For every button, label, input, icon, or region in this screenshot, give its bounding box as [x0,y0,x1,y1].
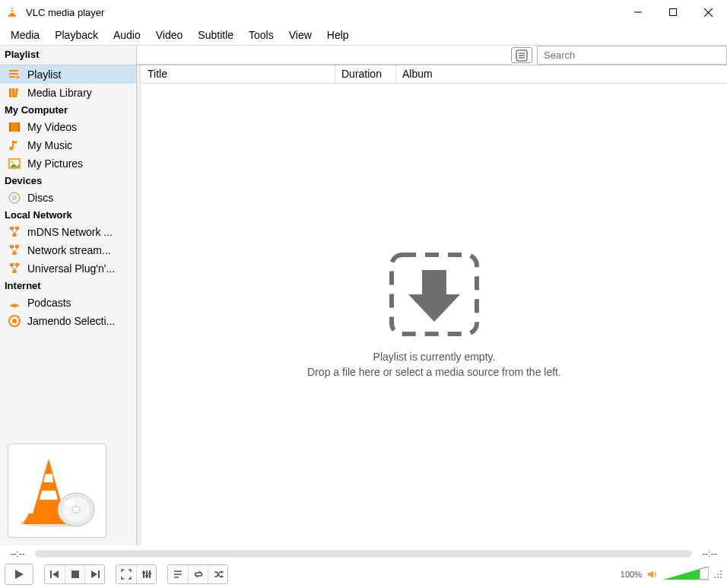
maximize-button[interactable] [656,1,690,24]
menu-help[interactable]: Help [319,26,357,44]
shuffle-button[interactable] [208,565,227,583]
search-input[interactable] [537,46,727,65]
sidebar-item-discs[interactable]: Discs [0,189,136,207]
svg-point-82 [720,577,722,578]
sidebar-section-local-network: Local Network [0,207,136,223]
album-art-thumbnail[interactable] [8,443,106,538]
svg-line-31 [11,230,14,234]
svg-line-41 [11,266,14,270]
svg-point-78 [717,574,719,575]
sidebar-item-label: My Music [27,139,72,151]
time-total[interactable]: --:-- [697,548,722,559]
svg-rect-28 [10,227,14,230]
volume-area: 100% [621,567,722,582]
loop-button[interactable] [188,565,208,583]
sidebar-item-media-library[interactable]: Media Library [0,84,136,102]
seek-row: --:-- --:-- [0,545,727,562]
empty-line2: Drop a file here or select a media sourc… [307,366,561,378]
svg-marker-57 [15,570,24,579]
sidebar-item-label: Playlist [27,68,61,81]
next-button[interactable] [84,565,104,583]
svg-marker-15 [17,75,20,79]
sidebar-item-upnp[interactable]: Universal Plug'n'... [0,259,136,278]
sidebar-header: Playlist [0,46,137,65]
drop-arrow-icon [389,252,480,337]
svg-line-37 [14,248,17,252]
menu-media[interactable]: Media [3,26,47,44]
view-toggle-button[interactable] [511,47,532,63]
svg-rect-63 [143,571,144,578]
empty-line1: Playlist is currently empty. [373,351,496,363]
fullscreen-button[interactable] [116,565,136,583]
svg-rect-38 [10,263,14,266]
playlist-header-row: Playlist [0,46,727,65]
sidebar-item-my-music[interactable]: My Music [0,136,136,154]
svg-marker-25 [10,164,19,167]
svg-rect-30 [13,234,17,237]
video-icon [8,120,21,134]
svg-rect-68 [148,573,151,574]
sidebar-item-mdns[interactable]: mDNS Network ... [0,223,136,241]
svg-marker-76 [700,567,709,580]
disc-icon [8,191,21,205]
volume-slider[interactable] [663,567,709,582]
svg-rect-20 [9,122,11,132]
svg-point-43 [14,306,16,308]
svg-point-24 [11,161,14,164]
sidebar-item-my-videos[interactable]: My Videos [0,118,136,136]
svg-rect-35 [13,252,17,255]
sidebar-item-playlist[interactable]: Playlist [0,65,136,84]
play-button[interactable] [5,564,33,584]
resize-grip-icon[interactable] [713,570,722,579]
svg-marker-49 [40,491,58,500]
menubar: Media Playback Audio Video Subtitle Tool… [0,24,727,46]
extended-settings-button[interactable] [136,565,156,583]
svg-rect-60 [71,571,79,578]
svg-marker-59 [52,571,59,578]
column-title[interactable]: Title [141,65,335,83]
svg-rect-1 [11,9,14,11]
svg-rect-29 [15,227,19,230]
svg-rect-40 [13,270,17,273]
column-duration[interactable]: Duration [335,65,396,83]
window-title: VLC media player [26,7,621,18]
network-icon [8,243,21,257]
playlist-button[interactable] [168,565,188,583]
seek-bar[interactable] [35,550,692,558]
previous-button[interactable] [45,565,65,583]
menu-view[interactable]: View [281,26,319,44]
svg-marker-61 [91,571,97,578]
menu-audio[interactable]: Audio [106,26,148,44]
sidebar-item-network-stream[interactable]: Network stream... [0,241,136,259]
svg-line-42 [14,266,17,270]
stop-button[interactable] [65,565,84,583]
menu-subtitle[interactable]: Subtitle [190,26,241,44]
network-icon [8,225,21,239]
network-icon [8,262,21,275]
sidebar-item-label: Discs [27,192,53,204]
sidebar-item-podcasts[interactable]: Podcasts [0,294,136,312]
playlist-icon [8,68,21,81]
svg-point-79 [720,574,722,575]
sidebar-item-my-pictures[interactable]: My Pictures [0,154,136,173]
minimize-button[interactable] [621,1,656,24]
svg-rect-62 [98,571,100,578]
svg-rect-5 [670,9,677,16]
sidebar-item-label: Jamendo Selecti... [27,315,115,327]
sidebar-item-jamendo[interactable]: Jamendo Selecti... [0,312,136,330]
close-button[interactable] [690,1,725,24]
svg-rect-58 [50,571,52,578]
vlc-cone-icon [6,5,20,19]
speaker-icon[interactable] [646,568,659,580]
svg-point-22 [10,147,14,151]
column-album[interactable]: Album [396,65,727,83]
menu-playback[interactable]: Playback [47,26,106,44]
menu-tools[interactable]: Tools [241,26,281,44]
time-elapsed[interactable]: --:-- [5,548,30,559]
svg-line-32 [14,230,17,234]
svg-rect-66 [142,572,145,574]
svg-point-45 [12,319,17,323]
playlist-drop-zone[interactable]: Playlist is currently empty. Drop a file… [141,84,727,545]
menu-video[interactable]: Video [148,26,191,44]
svg-marker-74 [648,571,653,578]
